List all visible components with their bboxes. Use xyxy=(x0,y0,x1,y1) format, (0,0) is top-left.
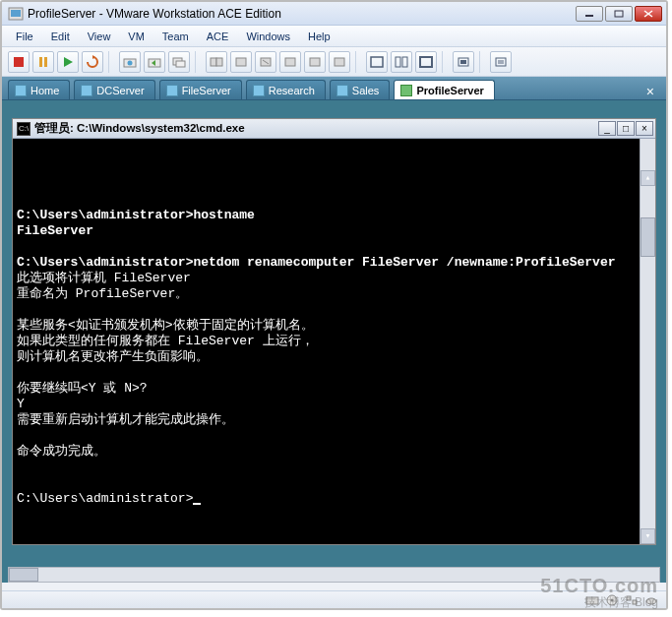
scroll-thumb[interactable] xyxy=(641,217,655,257)
play-button[interactable] xyxy=(57,51,79,73)
tab-fileserver[interactable]: FileServer xyxy=(159,80,242,99)
tab-profileserver[interactable]: ProfileServer xyxy=(394,80,494,99)
svg-rect-3 xyxy=(615,11,623,17)
snapshot-button[interactable] xyxy=(119,51,141,73)
client-h-scrollbar[interactable] xyxy=(8,567,660,583)
svg-rect-7 xyxy=(39,57,42,67)
svg-rect-29 xyxy=(460,60,466,64)
svg-rect-36 xyxy=(627,596,631,600)
vm-icon xyxy=(253,85,265,96)
svg-rect-17 xyxy=(216,58,222,66)
svg-rect-8 xyxy=(44,57,47,67)
scroll-thumb[interactable] xyxy=(9,568,38,582)
vm-client-area: C:\ 管理员: C:\Windows\system32\cmd.exe _ □… xyxy=(2,100,666,583)
svg-marker-9 xyxy=(64,57,73,67)
svg-rect-24 xyxy=(371,57,383,67)
tab-label: FileServer xyxy=(182,85,231,96)
svg-rect-1 xyxy=(11,10,21,17)
svg-rect-25 xyxy=(396,57,400,67)
menu-edit[interactable]: Edit xyxy=(43,29,78,44)
team-reset-button[interactable] xyxy=(279,51,301,73)
svg-marker-10 xyxy=(92,55,95,59)
team-revert-button[interactable] xyxy=(329,51,350,73)
minimize-button[interactable] xyxy=(576,6,603,22)
device-hdd-icon xyxy=(585,594,599,606)
scroll-up-button[interactable]: ▴ xyxy=(641,170,655,186)
scroll-down-button[interactable]: ▾ xyxy=(641,528,655,544)
menu-team[interactable]: Team xyxy=(154,29,197,44)
device-cd-icon xyxy=(605,594,619,606)
tab-close-button[interactable]: × xyxy=(641,84,660,99)
menu-ace[interactable]: ACE xyxy=(199,29,237,44)
svg-point-38 xyxy=(646,598,656,604)
tab-label: Sales xyxy=(352,85,380,96)
svg-rect-16 xyxy=(211,58,216,66)
tab-label: ProfileServer xyxy=(416,85,483,96)
close-button[interactable] xyxy=(635,6,662,22)
menubar: File Edit View VM Team ACE Windows Help xyxy=(2,26,666,47)
terminal-output: C:\Users\administrator>hostnameFileServe… xyxy=(17,192,634,507)
cmd-title: 管理员: C:\Windows\system32\cmd.exe xyxy=(34,121,598,136)
svg-rect-11 xyxy=(124,59,136,67)
revert-button[interactable] xyxy=(144,51,165,73)
cmd-minimize-button[interactable]: _ xyxy=(598,121,616,136)
menu-vm[interactable]: VM xyxy=(120,29,153,44)
tabstrip: Home DCServer FileServer Research Sales … xyxy=(2,77,666,100)
maximize-button[interactable] xyxy=(605,6,633,22)
svg-rect-13 xyxy=(149,59,160,67)
unity-button[interactable] xyxy=(453,51,474,73)
team-suspend-button[interactable] xyxy=(230,51,252,73)
summary-button[interactable] xyxy=(490,51,512,73)
window-title: ProfileServer - VMware Workstation ACE E… xyxy=(28,7,576,21)
titlebar: ProfileServer - VMware Workstation ACE E… xyxy=(2,2,666,26)
svg-rect-15 xyxy=(176,61,185,67)
snapshot-manager-button[interactable] xyxy=(168,51,190,73)
svg-rect-21 xyxy=(285,58,295,66)
svg-rect-19 xyxy=(261,58,271,66)
tab-research[interactable]: Research xyxy=(246,80,326,99)
toolbar xyxy=(2,47,666,77)
svg-point-12 xyxy=(128,60,133,65)
menu-view[interactable]: View xyxy=(80,29,119,44)
team-snapshot-button[interactable] xyxy=(304,51,326,73)
pause-button[interactable] xyxy=(32,51,54,73)
tab-dcserver[interactable]: DCServer xyxy=(74,80,154,99)
window-controls xyxy=(576,6,662,22)
full-screen-button[interactable] xyxy=(415,51,437,73)
cmd-close-button[interactable]: × xyxy=(636,121,653,136)
menu-file[interactable]: File xyxy=(8,29,41,44)
svg-point-35 xyxy=(611,598,614,601)
tab-home[interactable]: Home xyxy=(8,80,70,99)
svg-rect-28 xyxy=(458,58,468,66)
menu-help[interactable]: Help xyxy=(300,29,338,44)
svg-rect-18 xyxy=(236,58,246,66)
device-net-icon xyxy=(625,594,639,606)
menu-windows[interactable]: Windows xyxy=(238,29,298,44)
svg-rect-27 xyxy=(420,57,432,67)
svg-rect-30 xyxy=(496,58,506,66)
device-input-icon xyxy=(644,594,658,606)
team-power-on-button[interactable] xyxy=(206,51,227,73)
show-console-button[interactable] xyxy=(366,51,388,73)
svg-rect-14 xyxy=(173,58,182,65)
svg-line-20 xyxy=(263,60,269,64)
vm-icon xyxy=(166,85,178,96)
tab-label: Research xyxy=(269,85,315,96)
stop-button[interactable] xyxy=(8,51,30,73)
quick-switch-button[interactable] xyxy=(391,51,412,73)
reset-button[interactable] xyxy=(82,51,103,73)
tab-sales[interactable]: Sales xyxy=(330,80,391,99)
terminal-scrollbar[interactable]: ▴ ▾ xyxy=(640,139,655,544)
cmd-maximize-button[interactable]: □ xyxy=(617,121,635,136)
tab-label: Home xyxy=(31,85,59,96)
svg-rect-22 xyxy=(310,58,320,66)
svg-rect-23 xyxy=(335,58,344,66)
vm-icon xyxy=(336,85,348,96)
svg-rect-6 xyxy=(14,57,24,67)
team-power-off-button[interactable] xyxy=(255,51,276,73)
svg-rect-33 xyxy=(586,597,598,604)
tab-label: DCServer xyxy=(96,85,144,96)
terminal[interactable]: ▴ ▾ C:\Users\administrator>hostnameFileS… xyxy=(13,139,655,544)
app-icon xyxy=(8,6,24,22)
vm-icon xyxy=(81,85,92,96)
